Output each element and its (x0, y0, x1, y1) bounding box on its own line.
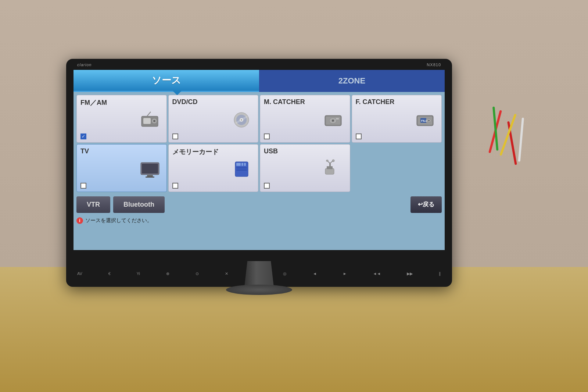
wires-bundle (478, 103, 551, 213)
usb-icon (322, 158, 344, 178)
dev-btn-av[interactable]: AV (77, 271, 82, 276)
checkbox-m-catcher[interactable] (264, 133, 270, 139)
monitor-stand-base (226, 285, 292, 295)
dev-btn-menu[interactable]: ∥ (439, 271, 441, 276)
svg-rect-22 (142, 164, 158, 174)
svg-rect-14 (336, 118, 339, 120)
dev-btn-next[interactable]: ▶▶ (407, 271, 413, 276)
scene: clarion NX810 ソース 2ZONE (0, 0, 588, 392)
dvd-icon (232, 109, 252, 129)
monitor-device: clarion NX810 ソース 2ZONE (66, 59, 452, 287)
svg-rect-31 (325, 168, 334, 174)
checkbox-fm-am[interactable]: ✓ (80, 133, 86, 139)
monitor-stand-neck (244, 261, 274, 287)
svg-rect-33 (329, 163, 331, 167)
checkbox-dvd-cd[interactable] (172, 133, 178, 139)
grid-cell-m-catcher[interactable]: M. CATCHER (260, 95, 350, 143)
dev-btn-circle[interactable]: ◎ (283, 271, 287, 276)
svg-point-3 (153, 120, 155, 122)
wire-red-2 (507, 121, 517, 165)
dev-btn-prev[interactable]: ◄◄ (373, 271, 381, 276)
model-label: NX810 (427, 63, 441, 67)
grid-cell-usb[interactable]: USB (260, 144, 350, 192)
tv-icon (139, 158, 161, 178)
svg-rect-24 (146, 177, 154, 178)
dev-btn-c[interactable]: € (108, 271, 111, 276)
svg-rect-26 (236, 163, 241, 166)
checkbox-memory-card[interactable] (172, 183, 178, 189)
brand-label: clarion (77, 63, 92, 67)
status-bar: i ソースを選択してください。 (74, 216, 445, 225)
svg-point-35 (332, 160, 334, 162)
dev-btn-antenna[interactable]: ⊕ (166, 271, 169, 276)
bluetooth-button[interactable]: Bluetooth (113, 196, 165, 213)
svg-point-13 (332, 120, 334, 122)
status-message: ソースを選択してください。 (85, 217, 152, 224)
wire-green (492, 107, 498, 151)
hdd-icon (323, 109, 343, 129)
svg-rect-29 (236, 167, 247, 168)
tab-bar: ソース 2ZONE (74, 70, 445, 92)
dev-btn-vol-up[interactable]: ► (343, 271, 347, 276)
info-icon: i (76, 217, 83, 224)
bottom-bar: VTR Bluetooth ↩戻る (74, 193, 445, 216)
dev-btn-yi[interactable]: Yi (137, 271, 140, 276)
grid-cell-fm-am[interactable]: FM／AM ✓ (76, 95, 167, 143)
radio-icon (140, 109, 160, 129)
vtr-button[interactable]: VTR (76, 196, 110, 213)
svg-rect-1 (143, 118, 151, 124)
grid-cell-dvd-cd[interactable]: DVD/CD (168, 95, 259, 143)
svg-rect-23 (147, 175, 153, 177)
svg-rect-28 (244, 163, 246, 166)
tab-2zone[interactable]: 2ZONE (259, 70, 445, 92)
memory-card-icon (232, 158, 252, 178)
svg-rect-30 (236, 170, 247, 171)
svg-rect-37 (326, 160, 328, 161)
grid-cell-f-catcher[interactable]: F. CATCHER FILE (352, 95, 442, 143)
svg-rect-27 (241, 163, 243, 166)
dev-btn-cross[interactable]: ✕ (225, 271, 228, 276)
dev-btn-vol-down[interactable]: ◄ (313, 271, 317, 276)
dev-btn-wifi[interactable]: ⊙ (196, 271, 199, 276)
checkbox-tv[interactable] (80, 183, 86, 189)
grid-cell-tv[interactable]: TV (76, 144, 167, 192)
wire-white (518, 118, 524, 162)
grid-cell-memory-card[interactable]: メモリーカード (168, 144, 259, 192)
file-hdd-icon: FILE (415, 109, 435, 129)
device-screen: ソース 2ZONE FM／AM ✓ (74, 70, 445, 250)
svg-line-34 (330, 161, 333, 163)
checkbox-f-catcher[interactable] (356, 133, 362, 139)
back-button[interactable]: ↩戻る (410, 196, 442, 213)
svg-point-20 (428, 120, 430, 121)
source-grid: FM／AM ✓ (74, 92, 445, 193)
checkbox-usb[interactable] (264, 183, 270, 189)
tab-source[interactable]: ソース (74, 70, 259, 92)
svg-line-4 (147, 112, 151, 116)
